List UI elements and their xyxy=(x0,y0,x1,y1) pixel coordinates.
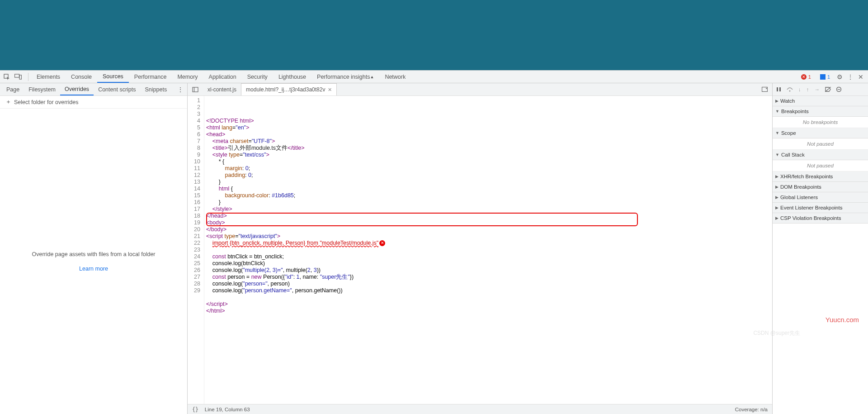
main-tab-console[interactable]: Console xyxy=(66,71,97,83)
svg-rect-11 xyxy=(838,89,840,90)
nav-tab-content-scripts[interactable]: Content scripts xyxy=(94,83,140,95)
overrides-message: Override page assets with files from a l… xyxy=(32,251,155,257)
devtools-panel: ElementsConsoleSourcesPerformanceMemoryA… xyxy=(0,70,868,414)
file-tab[interactable]: xl-content.js xyxy=(203,83,241,95)
error-highlight-box xyxy=(206,213,638,226)
step-out-icon[interactable]: ↑ xyxy=(807,87,809,92)
main-tab-performance-insights[interactable]: Performance insights ▲ xyxy=(311,71,379,83)
section-body: Not paused xyxy=(773,138,868,150)
section-body: Not paused xyxy=(773,160,868,171)
code-editor[interactable]: 1234567891011121314151617181920212223242… xyxy=(188,96,772,404)
nav-tab-snippets[interactable]: Snippets xyxy=(141,83,172,95)
close-tab-icon[interactable]: ✕ xyxy=(328,87,332,93)
expand-editor-icon[interactable] xyxy=(757,87,772,92)
chevron-icon: ▼ xyxy=(775,152,779,157)
error-marker-icon[interactable]: ✕ xyxy=(379,240,385,246)
main-tab-performance[interactable]: Performance xyxy=(129,71,172,83)
chevron-icon: ▶ xyxy=(775,99,778,103)
pause-icon[interactable] xyxy=(776,87,781,92)
main-tab-elements[interactable]: Elements xyxy=(31,71,66,83)
section-body: No breakpoints xyxy=(773,117,868,128)
section-dom-breakpoints[interactable]: ▶DOM Breakpoints xyxy=(773,182,868,192)
step-over-icon[interactable] xyxy=(787,87,793,92)
nav-more-icon[interactable]: ⋮ xyxy=(177,86,184,93)
issue-badge[interactable]: 1 xyxy=(818,74,832,80)
main-toolbar: ElementsConsoleSourcesPerformanceMemoryA… xyxy=(0,71,868,83)
section-global-listeners[interactable]: ▶Global Listeners xyxy=(773,192,868,203)
plus-icon: ＋ xyxy=(5,98,11,106)
debugger-toolbar: ↓ ↑ → xyxy=(773,83,868,96)
deactivate-breakpoints-icon[interactable] xyxy=(825,87,831,92)
page-background xyxy=(0,0,868,70)
main-tab-network[interactable]: Network xyxy=(379,71,411,83)
section-breakpoints[interactable]: ▼Breakpoints xyxy=(773,106,868,117)
watermark: Yuucn.com xyxy=(826,316,859,324)
nav-tab-filesystem[interactable]: Filesystem xyxy=(24,83,60,95)
editor-status-bar: {} Line 19, Column 63 Coverage: n/a xyxy=(188,404,772,414)
close-devtools-icon[interactable]: ✕ xyxy=(858,73,863,81)
svg-rect-7 xyxy=(779,87,781,91)
chevron-icon: ▶ xyxy=(775,216,778,220)
navigator-tabs: PageFilesystemOverridesContent scriptsSn… xyxy=(0,83,187,96)
main-tab-application[interactable]: Application xyxy=(203,71,242,83)
section-xhr-fetch-breakpoints[interactable]: ▶XHR/fetch Breakpoints xyxy=(773,171,868,182)
nav-tab-overrides[interactable]: Overrides xyxy=(60,83,94,95)
editor-pane: xl-content.jsmodule.html?_ij…tj3r4ad3a0t… xyxy=(188,83,772,414)
svg-rect-6 xyxy=(777,87,778,91)
device-toggle-icon[interactable] xyxy=(14,74,22,80)
line-gutter: 1234567891011121314151617181920212223242… xyxy=(188,96,204,404)
svg-point-8 xyxy=(789,90,791,92)
chevron-icon: ▶ xyxy=(775,195,778,200)
debugger-pane: ↓ ↑ → ▶Watch▼BreakpointsNo breakpoints▼S… xyxy=(772,83,868,414)
chevron-icon: ▼ xyxy=(775,131,779,135)
section-scope[interactable]: ▼Scope xyxy=(773,128,868,138)
more-icon[interactable]: ⋮ xyxy=(847,73,854,81)
watermark-2: CSDN @super先生 xyxy=(753,329,800,337)
main-tabs: ElementsConsoleSourcesPerformanceMemoryA… xyxy=(31,71,411,83)
file-tab[interactable]: module.html?_ij…tj3r4ad3a0t82v✕ xyxy=(241,83,337,95)
file-nav-icon[interactable] xyxy=(188,87,203,92)
code-content[interactable]: <!DOCTYPE html><html lang="en"><head> <m… xyxy=(204,96,772,404)
file-tabs: xl-content.jsmodule.html?_ij…tj3r4ad3a0t… xyxy=(188,83,772,96)
chevron-icon: ▶ xyxy=(775,205,778,210)
svg-rect-1 xyxy=(15,74,19,77)
settings-icon[interactable]: ⚙ xyxy=(837,73,843,81)
svg-rect-3 xyxy=(193,87,198,92)
step-icon[interactable]: → xyxy=(815,87,820,92)
select-folder-button[interactable]: ＋ Select folder for overrides xyxy=(0,96,187,109)
learn-more-link[interactable]: Learn more xyxy=(79,266,108,272)
inspect-icon[interactable] xyxy=(4,74,10,80)
svg-rect-2 xyxy=(19,75,22,79)
pause-exceptions-icon[interactable] xyxy=(836,87,841,92)
chevron-icon: ▶ xyxy=(775,174,778,179)
main-tab-security[interactable]: Security xyxy=(242,71,273,83)
cursor-position: Line 19, Column 63 xyxy=(205,407,250,412)
section-csp-violation-breakpoints[interactable]: ▶CSP Violation Breakpoints xyxy=(773,213,868,224)
pretty-print-icon[interactable]: {} xyxy=(192,406,198,413)
section-call-stack[interactable]: ▼Call Stack xyxy=(773,150,868,160)
chevron-icon: ▼ xyxy=(775,109,779,114)
coverage-status: Coverage: n/a xyxy=(735,407,768,412)
navigator-pane: PageFilesystemOverridesContent scriptsSn… xyxy=(0,83,188,414)
section-event-listener-breakpoints[interactable]: ▶Event Listener Breakpoints xyxy=(773,203,868,213)
step-into-icon[interactable]: ↓ xyxy=(798,87,801,92)
main-tab-lighthouse[interactable]: Lighthouse xyxy=(273,71,311,83)
select-folder-label: Select folder for overrides xyxy=(14,99,78,105)
chevron-icon: ▶ xyxy=(775,185,778,189)
main-tab-memory[interactable]: Memory xyxy=(172,71,203,83)
nav-tab-page[interactable]: Page xyxy=(2,83,24,95)
main-tab-sources[interactable]: Sources xyxy=(97,71,129,83)
section-watch[interactable]: ▶Watch xyxy=(773,96,868,106)
error-badge[interactable]: ✕1 xyxy=(799,74,813,80)
